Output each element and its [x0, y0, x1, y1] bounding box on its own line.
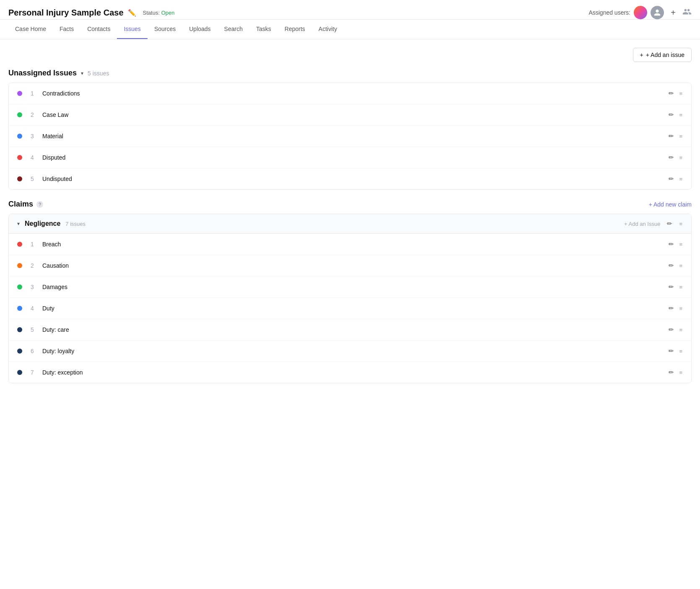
edit-issue-icon[interactable]: ✏ [669, 283, 674, 291]
nav-case-home[interactable]: Case Home [8, 20, 53, 39]
issue-number: 5 [28, 326, 36, 333]
nav-activity[interactable]: Activity [312, 20, 344, 39]
drag-handle-icon[interactable]: ≡ [679, 284, 683, 290]
issue-name: Duty: loyalty [42, 348, 663, 354]
drag-handle-icon[interactable]: ≡ [679, 327, 683, 333]
issue-color-dot [17, 155, 22, 160]
row-actions: ✏ ≡ [669, 262, 683, 269]
issue-color-dot [17, 327, 22, 332]
status-value: Open [161, 10, 175, 16]
issue-number: 4 [28, 154, 36, 161]
avatar-user2[interactable] [651, 6, 664, 19]
edit-issue-icon[interactable]: ✏ [669, 262, 674, 269]
claims-title: Claims [8, 200, 33, 209]
edit-issue-icon[interactable]: ✏ [669, 175, 674, 183]
drag-group-handle-icon[interactable]: ≡ [679, 221, 683, 227]
issue-name: Breach [42, 241, 663, 248]
avatar-user1[interactable] [634, 6, 647, 19]
issue-name: Duty: care [42, 326, 663, 333]
row-actions: ✏ ≡ [669, 132, 683, 140]
nav-uploads[interactable]: Uploads [182, 20, 217, 39]
add-issue-button[interactable]: + + Add an issue [633, 48, 692, 62]
nav-tasks[interactable]: Tasks [249, 20, 278, 39]
edit-issue-icon[interactable]: ✏ [669, 240, 674, 248]
edit-issue-icon[interactable]: ✏ [669, 111, 674, 119]
nav-facts[interactable]: Facts [53, 20, 80, 39]
issue-color-dot [17, 91, 22, 96]
nav-search[interactable]: Search [218, 20, 249, 39]
unassigned-chevron-icon[interactable]: ▾ [81, 70, 83, 76]
drag-handle-icon[interactable]: ≡ [679, 112, 683, 118]
issue-number: 1 [28, 90, 36, 97]
app-header: Personal Injury Sample Case ✏️ Status: O… [0, 0, 700, 20]
issue-name: Material [42, 133, 663, 140]
row-actions: ✏ ≡ [669, 111, 683, 119]
table-row: 2 Case Law ✏ ≡ [9, 104, 691, 126]
nav-issues[interactable]: Issues [117, 20, 147, 39]
unassigned-title: Unassigned Issues [8, 69, 77, 78]
table-row: 5 Undisputed ✏ ≡ [9, 168, 691, 189]
issue-number: 1 [28, 241, 36, 248]
issue-number: 2 [28, 262, 36, 269]
table-row: 7 Duty: exception ✏ ≡ [9, 362, 691, 383]
unassigned-issues-table: 1 Contradictions ✏ ≡ 2 Case Law ✏ ≡ 3 Ma… [8, 83, 692, 190]
drag-handle-icon[interactable]: ≡ [679, 155, 683, 161]
edit-issue-icon[interactable]: ✏ [669, 132, 674, 140]
issue-name: Damages [42, 284, 663, 290]
nav-reports[interactable]: Reports [278, 20, 312, 39]
add-new-claim-button[interactable]: + Add new claim [649, 201, 692, 208]
drag-handle-icon[interactable]: ≡ [679, 241, 683, 248]
issue-color-dot [17, 306, 22, 311]
drag-handle-icon[interactable]: ≡ [679, 90, 683, 97]
table-row: 2 Causation ✏ ≡ [9, 255, 691, 276]
claims-title-area: Claims ? [8, 200, 43, 209]
assigned-users-area: Assigned users: + [589, 6, 692, 19]
issue-color-dot [17, 112, 22, 117]
table-row: 6 Duty: loyalty ✏ ≡ [9, 341, 691, 362]
issue-name: Undisputed [42, 176, 663, 182]
table-row: 1 Breach ✏ ≡ [9, 234, 691, 255]
edit-issue-icon[interactable]: ✏ [669, 305, 674, 312]
issue-name: Contradictions [42, 90, 663, 97]
add-issue-label: + Add an issue [646, 52, 684, 58]
edit-issue-icon[interactable]: ✏ [669, 369, 674, 376]
table-row: 3 Damages ✏ ≡ [9, 276, 691, 298]
claims-section: Claims ? + Add new claim ▾ Negligence 7 … [8, 200, 692, 383]
claims-help-icon[interactable]: ? [36, 201, 43, 208]
add-user-button[interactable]: + [667, 7, 679, 18]
drag-handle-icon[interactable]: ≡ [679, 133, 683, 140]
table-row: 4 Duty ✏ ≡ [9, 298, 691, 319]
issue-name: Disputed [42, 154, 663, 161]
drag-handle-icon[interactable]: ≡ [679, 305, 683, 312]
issue-number: 4 [28, 305, 36, 312]
main-nav: Case Home Facts Contacts Issues Sources … [0, 20, 700, 39]
edit-issue-icon[interactable]: ✏ [669, 154, 674, 161]
edit-issue-icon[interactable]: ✏ [669, 90, 674, 97]
drag-handle-icon[interactable]: ≡ [679, 369, 683, 376]
issue-number: 3 [28, 284, 36, 290]
group-chevron-icon[interactable]: ▾ [17, 221, 20, 227]
toolbar: + + Add an issue [8, 48, 692, 62]
row-actions: ✏ ≡ [669, 305, 683, 312]
claim-group-title: Negligence [25, 220, 60, 227]
row-actions: ✏ ≡ [669, 240, 683, 248]
manage-users-icon[interactable] [682, 7, 692, 18]
issue-color-dot [17, 349, 22, 354]
edit-group-icon[interactable]: ✏ [667, 220, 672, 227]
nav-sources[interactable]: Sources [148, 20, 182, 39]
drag-handle-icon[interactable]: ≡ [679, 176, 683, 182]
edit-issue-icon[interactable]: ✏ [669, 347, 674, 355]
table-row: 3 Material ✏ ≡ [9, 126, 691, 147]
table-row: 4 Disputed ✏ ≡ [9, 147, 691, 168]
add-issue-to-group-button[interactable]: + Add an Issue [624, 221, 660, 227]
row-actions: ✏ ≡ [669, 326, 683, 333]
edit-case-title-icon[interactable]: ✏️ [128, 9, 136, 17]
issue-name: Causation [42, 262, 663, 269]
drag-handle-icon[interactable]: ≡ [679, 348, 683, 354]
issue-name: Duty [42, 305, 663, 312]
table-row: 1 Contradictions ✏ ≡ [9, 83, 691, 104]
nav-contacts[interactable]: Contacts [80, 20, 117, 39]
edit-issue-icon[interactable]: ✏ [669, 326, 674, 333]
drag-handle-icon[interactable]: ≡ [679, 263, 683, 269]
issue-number: 6 [28, 348, 36, 354]
